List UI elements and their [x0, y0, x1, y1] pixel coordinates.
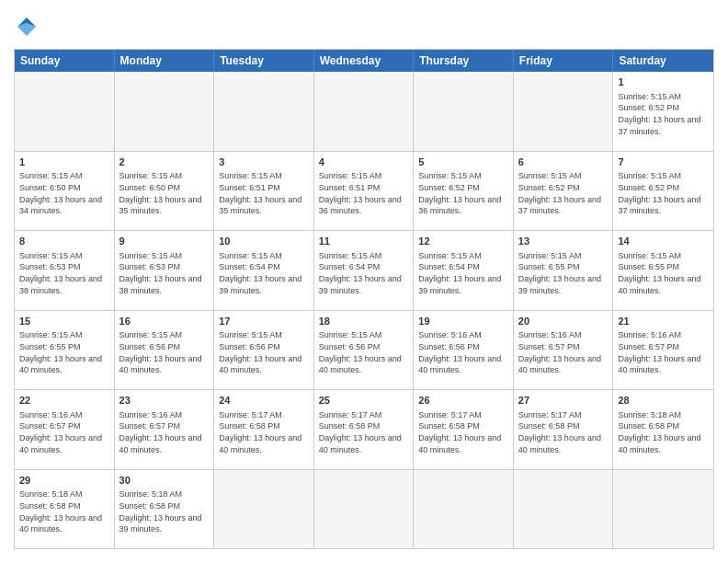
- empty-cell: [414, 470, 514, 549]
- header-cell-saturday: Saturday: [613, 50, 713, 72]
- calendar-week-2: 1 Sunrise: 5:15 AM Sunset: 6:50 PM Dayli…: [15, 151, 713, 231]
- day-number: 24: [219, 394, 309, 408]
- day-info: Sunrise: 5:15 AM Sunset: 6:54 PM Dayligh…: [219, 250, 309, 296]
- day-number: 10: [219, 235, 309, 248]
- day-number: 11: [319, 235, 409, 248]
- day-info: Sunrise: 5:18 AM Sunset: 6:58 PM Dayligh…: [119, 488, 210, 534]
- logo-icon: [14, 14, 40, 40]
- day-info: Sunrise: 5:15 AM Sunset: 6:53 PM Dayligh…: [19, 250, 109, 296]
- day-number: 26: [418, 394, 508, 408]
- day-cell-25: 25 Sunrise: 5:17 AM Sunset: 6:58 PM Dayl…: [314, 390, 415, 469]
- day-cell-6: 6 Sunrise: 5:15 AM Sunset: 6:52 PM Dayli…: [514, 152, 614, 231]
- page: SundayMondayTuesdayWednesdayThursdayFrid…: [0, 0, 728, 563]
- day-number: 4: [319, 155, 409, 169]
- calendar-body: 1 Sunrise: 5:15 AM Sunset: 6:52 PM Dayli…: [15, 72, 713, 548]
- day-cell-19: 19 Sunrise: 5:16 AM Sunset: 6:56 PM Dayl…: [414, 311, 514, 390]
- day-info: Sunrise: 5:16 AM Sunset: 6:57 PM Dayligh…: [618, 329, 709, 375]
- day-number: 8: [19, 235, 109, 248]
- header-cell-monday: Monday: [115, 50, 215, 72]
- calendar-header: SundayMondayTuesdayWednesdayThursdayFrid…: [15, 50, 713, 72]
- day-cell-11: 11 Sunrise: 5:15 AM Sunset: 6:54 PM Dayl…: [314, 231, 415, 310]
- empty-cell: [314, 470, 415, 549]
- header-cell-wednesday: Wednesday: [314, 50, 415, 72]
- day-info: Sunrise: 5:15 AM Sunset: 6:50 PM Dayligh…: [119, 170, 210, 216]
- header-cell-tuesday: Tuesday: [214, 50, 314, 72]
- day-info: Sunrise: 5:15 AM Sunset: 6:56 PM Dayligh…: [119, 329, 210, 375]
- day-cell-27: 27 Sunrise: 5:17 AM Sunset: 6:58 PM Dayl…: [514, 390, 614, 469]
- day-cell-2: 2 Sunrise: 5:15 AM Sunset: 6:50 PM Dayli…: [115, 152, 215, 231]
- empty-cell: [514, 72, 614, 151]
- header-cell-thursday: Thursday: [414, 50, 514, 72]
- day-cell-8: 8 Sunrise: 5:15 AM Sunset: 6:53 PM Dayli…: [15, 231, 115, 310]
- day-cell-20: 20 Sunrise: 5:16 AM Sunset: 6:57 PM Dayl…: [514, 311, 614, 390]
- header-cell-friday: Friday: [514, 50, 614, 72]
- day-number: 30: [119, 474, 210, 488]
- day-info: Sunrise: 5:15 AM Sunset: 6:50 PM Dayligh…: [19, 170, 109, 216]
- day-info: Sunrise: 5:16 AM Sunset: 6:57 PM Dayligh…: [19, 409, 109, 455]
- empty-cell: [15, 72, 115, 151]
- day-number: 2: [119, 155, 210, 169]
- day-number: 7: [618, 155, 709, 169]
- day-number: 9: [119, 235, 210, 248]
- day-number: 20: [518, 315, 609, 328]
- day-info: Sunrise: 5:15 AM Sunset: 6:52 PM Dayligh…: [418, 170, 508, 216]
- day-number: 23: [119, 394, 210, 408]
- day-number: 17: [219, 315, 309, 328]
- day-number: 14: [618, 235, 709, 248]
- day-cell-4: 4 Sunrise: 5:15 AM Sunset: 6:51 PM Dayli…: [314, 152, 415, 231]
- day-info: Sunrise: 5:18 AM Sunset: 6:58 PM Dayligh…: [618, 409, 709, 455]
- day-number: 22: [19, 394, 109, 408]
- day-number: 15: [19, 315, 109, 328]
- day-info: Sunrise: 5:15 AM Sunset: 6:55 PM Dayligh…: [19, 329, 109, 375]
- day-info: Sunrise: 5:18 AM Sunset: 6:58 PM Dayligh…: [19, 488, 109, 534]
- day-cell-13: 13 Sunrise: 5:15 AM Sunset: 6:55 PM Dayl…: [514, 231, 614, 310]
- day-info: Sunrise: 5:15 AM Sunset: 6:52 PM Dayligh…: [518, 170, 609, 216]
- empty-cell: [514, 470, 614, 549]
- day-cell-24: 24 Sunrise: 5:17 AM Sunset: 6:58 PM Dayl…: [214, 390, 314, 469]
- day-info: Sunrise: 5:15 AM Sunset: 6:55 PM Dayligh…: [618, 250, 709, 296]
- day-cell-22: 22 Sunrise: 5:16 AM Sunset: 6:57 PM Dayl…: [15, 390, 115, 469]
- calendar: SundayMondayTuesdayWednesdayThursdayFrid…: [14, 49, 714, 549]
- day-number: 1: [19, 155, 109, 169]
- day-info: Sunrise: 5:17 AM Sunset: 6:58 PM Dayligh…: [319, 409, 409, 455]
- day-cell-28: 28 Sunrise: 5:18 AM Sunset: 6:58 PM Dayl…: [613, 390, 713, 469]
- empty-cell: [414, 72, 514, 151]
- day-number: 5: [418, 155, 508, 169]
- day-info: Sunrise: 5:16 AM Sunset: 6:57 PM Dayligh…: [518, 329, 609, 375]
- empty-cell: [214, 470, 314, 549]
- day-info: Sunrise: 5:15 AM Sunset: 6:55 PM Dayligh…: [518, 250, 609, 296]
- day-cell-14: 14 Sunrise: 5:15 AM Sunset: 6:55 PM Dayl…: [613, 231, 713, 310]
- day-number: 27: [518, 394, 609, 408]
- day-cell-15: 15 Sunrise: 5:15 AM Sunset: 6:55 PM Dayl…: [15, 311, 115, 390]
- day-cell-9: 9 Sunrise: 5:15 AM Sunset: 6:53 PM Dayli…: [115, 231, 215, 310]
- day-info: Sunrise: 5:17 AM Sunset: 6:58 PM Dayligh…: [418, 409, 508, 455]
- day-info: Sunrise: 5:15 AM Sunset: 6:51 PM Dayligh…: [319, 170, 409, 216]
- day-cell-29: 29 Sunrise: 5:18 AM Sunset: 6:58 PM Dayl…: [15, 470, 115, 549]
- day-cell-23: 23 Sunrise: 5:16 AM Sunset: 6:57 PM Dayl…: [115, 390, 215, 469]
- day-number: 28: [618, 394, 709, 408]
- day-info: Sunrise: 5:17 AM Sunset: 6:58 PM Dayligh…: [518, 409, 609, 455]
- day-number: 18: [319, 315, 409, 328]
- calendar-week-6: 29 Sunrise: 5:18 AM Sunset: 6:58 PM Dayl…: [15, 469, 713, 549]
- day-number: 1: [618, 75, 709, 89]
- empty-cell: [613, 470, 713, 549]
- day-info: Sunrise: 5:16 AM Sunset: 6:57 PM Dayligh…: [119, 409, 210, 455]
- day-cell-21: 21 Sunrise: 5:16 AM Sunset: 6:57 PM Dayl…: [613, 311, 713, 390]
- day-number: 19: [418, 315, 508, 328]
- day-info: Sunrise: 5:15 AM Sunset: 6:54 PM Dayligh…: [418, 250, 508, 296]
- day-number: 25: [319, 394, 409, 408]
- day-number: 6: [518, 155, 609, 169]
- day-info: Sunrise: 5:16 AM Sunset: 6:56 PM Dayligh…: [418, 329, 508, 375]
- day-number: 13: [518, 235, 609, 248]
- day-cell-7: 7 Sunrise: 5:15 AM Sunset: 6:52 PM Dayli…: [613, 152, 713, 231]
- day-cell-30: 30 Sunrise: 5:18 AM Sunset: 6:58 PM Dayl…: [115, 470, 215, 549]
- empty-cell: [214, 72, 314, 151]
- empty-cell: [314, 72, 415, 151]
- day-cell-17: 17 Sunrise: 5:15 AM Sunset: 6:56 PM Dayl…: [214, 311, 314, 390]
- day-info: Sunrise: 5:15 AM Sunset: 6:56 PM Dayligh…: [319, 329, 409, 375]
- empty-cell: [115, 72, 215, 151]
- logo: [14, 14, 43, 40]
- day-number: 3: [219, 155, 309, 169]
- header: [14, 14, 714, 40]
- day-info: Sunrise: 5:15 AM Sunset: 6:56 PM Dayligh…: [219, 329, 309, 375]
